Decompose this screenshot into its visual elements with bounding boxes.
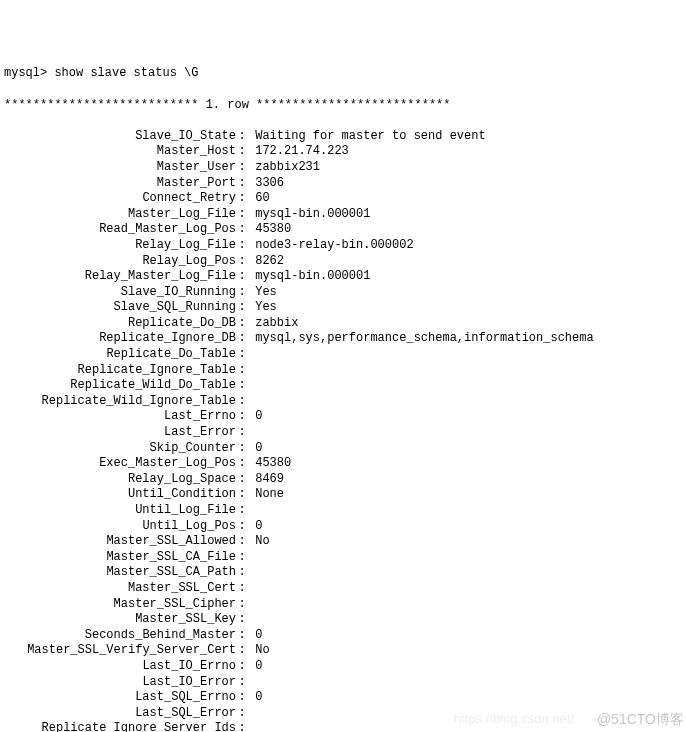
row-header-mid: row	[227, 98, 256, 114]
status-row: Replicate_Ignore_Server_Ids:	[4, 721, 686, 732]
field-separator: :	[236, 628, 248, 644]
status-fields: Slave_IO_State: Waiting for master to se…	[4, 129, 686, 732]
status-row: Relay_Master_Log_File: mysql-bin.000001	[4, 269, 686, 285]
field-value: mysql-bin.000001	[248, 207, 686, 223]
field-key: Replicate_Wild_Do_Table	[4, 378, 236, 394]
status-row: Last_IO_Errno: 0	[4, 659, 686, 675]
field-value: No	[248, 643, 686, 659]
field-separator: :	[236, 581, 248, 597]
field-value	[248, 503, 686, 519]
status-row: Slave_IO_Running: Yes	[4, 285, 686, 301]
field-key: Master_Log_File	[4, 207, 236, 223]
prompt-text: mysql> show slave status \G	[4, 66, 198, 82]
field-value: 0	[248, 441, 686, 457]
field-value: 8262	[248, 254, 686, 270]
field-key: Until_Log_File	[4, 503, 236, 519]
field-separator: :	[236, 721, 248, 732]
field-value	[248, 581, 686, 597]
field-key: Replicate_Ignore_DB	[4, 331, 236, 347]
status-row: Relay_Log_Space: 8469	[4, 472, 686, 488]
field-value	[248, 565, 686, 581]
field-key: Read_Master_Log_Pos	[4, 222, 236, 238]
field-key: Replicate_Ignore_Server_Ids	[4, 721, 236, 732]
row-separator: *************************** 1. row *****…	[4, 98, 686, 114]
field-separator: :	[236, 394, 248, 410]
field-value	[248, 612, 686, 628]
field-value: mysql-bin.000001	[248, 269, 686, 285]
field-separator: :	[236, 519, 248, 535]
field-value: 172.21.74.223	[248, 144, 686, 160]
field-separator: :	[236, 503, 248, 519]
field-key: Slave_IO_Running	[4, 285, 236, 301]
status-row: Replicate_Wild_Ignore_Table:	[4, 394, 686, 410]
field-key: Master_SSL_Verify_Server_Cert	[4, 643, 236, 659]
field-value: No	[248, 534, 686, 550]
status-row: Master_Host: 172.21.74.223	[4, 144, 686, 160]
field-value: 0	[248, 690, 686, 706]
field-value: Waiting for master to send event	[248, 129, 686, 145]
field-key: Master_Port	[4, 176, 236, 192]
status-row: Replicate_Wild_Do_Table:	[4, 378, 686, 394]
status-row: Relay_Log_Pos: 8262	[4, 254, 686, 270]
field-key: Replicate_Ignore_Table	[4, 363, 236, 379]
field-key: Until_Condition	[4, 487, 236, 503]
field-value: None	[248, 487, 686, 503]
field-separator: :	[236, 222, 248, 238]
field-separator: :	[236, 597, 248, 613]
status-row: Master_SSL_Allowed: No	[4, 534, 686, 550]
field-separator: :	[236, 659, 248, 675]
field-separator: :	[236, 675, 248, 691]
field-separator: :	[236, 378, 248, 394]
field-value	[248, 347, 686, 363]
field-separator: :	[236, 300, 248, 316]
field-separator: :	[236, 331, 248, 347]
status-row: Master_SSL_Cert:	[4, 581, 686, 597]
field-separator: :	[236, 207, 248, 223]
field-separator: :	[236, 285, 248, 301]
status-row: Last_IO_Error:	[4, 675, 686, 691]
field-key: Replicate_Do_Table	[4, 347, 236, 363]
field-value: 0	[248, 519, 686, 535]
field-key: Relay_Log_Space	[4, 472, 236, 488]
field-key: Last_Error	[4, 425, 236, 441]
field-key: Last_IO_Error	[4, 675, 236, 691]
field-value: node3-relay-bin.000002	[248, 238, 686, 254]
field-value	[248, 550, 686, 566]
status-row: Slave_SQL_Running: Yes	[4, 300, 686, 316]
row-header-left: *************************** 1.	[4, 98, 227, 114]
field-value: Yes	[248, 300, 686, 316]
field-separator: :	[236, 191, 248, 207]
status-row: Until_Log_File:	[4, 503, 686, 519]
field-separator: :	[236, 690, 248, 706]
field-value: 3306	[248, 176, 686, 192]
field-separator: :	[236, 238, 248, 254]
status-row: Last_Error:	[4, 425, 686, 441]
field-separator: :	[236, 269, 248, 285]
field-value	[248, 425, 686, 441]
status-row: Master_SSL_Key:	[4, 612, 686, 628]
field-separator: :	[236, 160, 248, 176]
field-key: Master_SSL_Cipher	[4, 597, 236, 613]
status-row: Last_SQL_Errno: 0	[4, 690, 686, 706]
field-separator: :	[236, 550, 248, 566]
status-row: Seconds_Behind_Master: 0	[4, 628, 686, 644]
field-value: zabbix231	[248, 160, 686, 176]
status-row: Replicate_Do_Table:	[4, 347, 686, 363]
field-separator: :	[236, 254, 248, 270]
field-key: Master_SSL_CA_File	[4, 550, 236, 566]
field-value	[248, 378, 686, 394]
status-row: Replicate_Do_DB: zabbix	[4, 316, 686, 332]
field-value: 8469	[248, 472, 686, 488]
status-row: Replicate_Ignore_Table:	[4, 363, 686, 379]
field-key: Master_Host	[4, 144, 236, 160]
row-header-right: ***************************	[256, 98, 450, 114]
field-key: Relay_Master_Log_File	[4, 269, 236, 285]
field-key: Master_SSL_Key	[4, 612, 236, 628]
status-row: Skip_Counter: 0	[4, 441, 686, 457]
field-key: Seconds_Behind_Master	[4, 628, 236, 644]
field-key: Relay_Log_File	[4, 238, 236, 254]
field-key: Master_User	[4, 160, 236, 176]
status-row: Master_User: zabbix231	[4, 160, 686, 176]
field-value: mysql,sys,performance_schema,information…	[248, 331, 686, 347]
field-key: Last_SQL_Errno	[4, 690, 236, 706]
